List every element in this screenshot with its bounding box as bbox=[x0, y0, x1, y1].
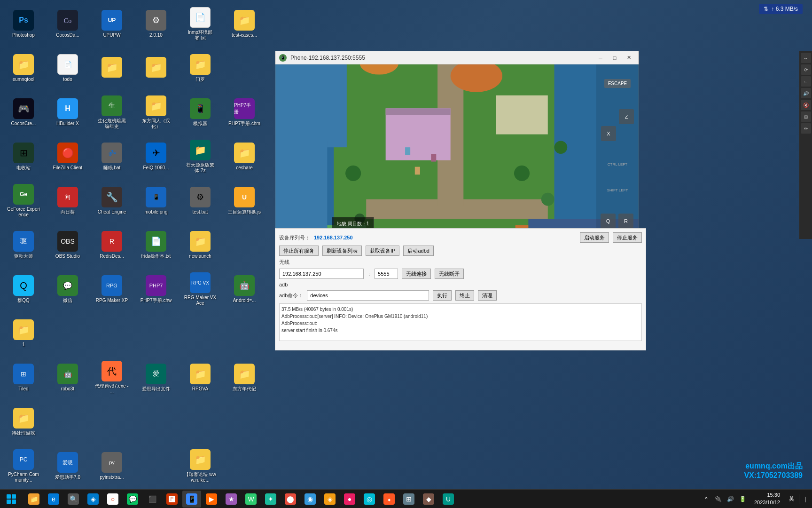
tool-btn-6[interactable]: ⊞ bbox=[801, 111, 811, 122]
taskbar-app15[interactable]: ◆ bbox=[419, 491, 438, 508]
taskbar-weixin[interactable]: 💬 bbox=[123, 491, 142, 508]
minimize-button[interactable]: ─ bbox=[594, 54, 607, 62]
tool-btn-1[interactable]: ↔ bbox=[801, 53, 811, 63]
icon-rpgva[interactable]: 📁 RPGVA bbox=[181, 358, 219, 397]
taskbar-app9[interactable]: ◉ bbox=[301, 491, 320, 508]
taskbar-search[interactable]: 🔍 bbox=[64, 491, 83, 508]
icon-mobile[interactable]: 📱 mobile.png bbox=[137, 182, 175, 220]
taskbar-app7[interactable]: ✦ bbox=[261, 491, 280, 508]
x-button[interactable]: X bbox=[601, 126, 616, 141]
icon-dongnian[interactable]: 📁 东方年代记 bbox=[226, 358, 263, 397]
taskbar-app10[interactable]: ◈ bbox=[320, 491, 339, 508]
icon-frida[interactable]: 📄 frida操作本.txt bbox=[137, 226, 175, 264]
icon-1folder[interactable]: 📁 1 bbox=[5, 314, 42, 353]
taskbar-app5[interactable]: ★ bbox=[222, 491, 241, 508]
start-button[interactable] bbox=[0, 490, 23, 508]
icon-testbat[interactable]: ⚙ test.bat bbox=[181, 182, 219, 220]
icon-empty2[interactable]: 📁 bbox=[137, 49, 175, 87]
wireless-connect-button[interactable]: 无线连接 bbox=[402, 269, 431, 279]
icon-rpgmakervx[interactable]: RPG VX RPG Maker VX Ace bbox=[181, 270, 219, 309]
icon-sleep[interactable]: 💤 睡眠.bat bbox=[93, 137, 131, 176]
icon-eumnqtool[interactable]: 📁 eumnqtool bbox=[5, 49, 42, 87]
z-button[interactable]: Z bbox=[619, 109, 634, 124]
icon-filezilla[interactable]: 🔴 FileZilla Client bbox=[49, 137, 86, 176]
icon-aisisi[interactable]: 爱思 爱思助手7.0 bbox=[49, 447, 86, 485]
icon-lnmp[interactable]: 📄 lnmp环境部署.txt bbox=[181, 5, 219, 43]
taskbar-app13[interactable]: ⬥ bbox=[380, 491, 398, 508]
adb-cmd-input[interactable] bbox=[307, 290, 429, 301]
icon-pycharm[interactable]: PC PyCharm Community... bbox=[5, 447, 42, 485]
taskbar-chrome[interactable]: ○ bbox=[103, 491, 122, 508]
taskbar-file-explorer[interactable]: 📁 bbox=[24, 491, 43, 508]
icon-feiq[interactable]: ✈ FeiQ.1060... bbox=[137, 137, 175, 176]
taskbar-app6[interactable]: W bbox=[242, 491, 260, 508]
icon-qudong[interactable]: 驱 驱动大师 bbox=[5, 226, 42, 264]
show-desktop-button[interactable]: | bbox=[799, 494, 808, 504]
icon-cangtianyuan[interactable]: 📁 苍天源原版繁体.7z bbox=[181, 137, 219, 176]
tool-btn-2[interactable]: ⟳ bbox=[801, 64, 811, 75]
clear-button[interactable]: 清理 bbox=[478, 290, 497, 301]
icon-shenghua[interactable]: 生 生化危机暗黑编年史 bbox=[93, 93, 131, 132]
tray-icon-volume[interactable]: 🔊 bbox=[726, 494, 735, 504]
close-button[interactable]: ✕ bbox=[623, 54, 635, 62]
taskbar-app1[interactable]: ⬛ bbox=[143, 491, 162, 508]
icon-php7chw[interactable]: PHP7 PHP7手册.chw bbox=[137, 270, 175, 309]
icon-upupw[interactable]: UP UPUPW bbox=[93, 5, 131, 43]
taskbar-app4[interactable]: ▶ bbox=[202, 491, 221, 508]
start-adbd-button[interactable]: 启动adbd bbox=[403, 246, 433, 256]
icon-pyinstxtra[interactable]: py pyinstxtra... bbox=[93, 447, 131, 485]
taskbar-app8[interactable]: ⬤ bbox=[281, 491, 300, 508]
icon-qqgroup[interactable]: Q 群QQ bbox=[5, 270, 42, 309]
stop-service-button[interactable]: 停止服务 bbox=[613, 232, 642, 243]
tray-icon-network[interactable]: 🔌 bbox=[714, 494, 723, 504]
icon-cocosda[interactable]: CocosDa... bbox=[49, 5, 86, 43]
ip-input[interactable] bbox=[279, 269, 364, 279]
icon-cheatengine[interactable]: 🔧 Cheat Engine bbox=[93, 182, 131, 220]
taskbar-app2[interactable]: 🅿 bbox=[163, 491, 181, 508]
icon-todo[interactable]: 📄 todo bbox=[49, 49, 86, 87]
icon-2010[interactable]: ⚙ 2.0.10 bbox=[137, 5, 175, 43]
tool-btn-3[interactable]: ← bbox=[801, 76, 811, 87]
icon-obs[interactable]: OBS OBS Studio bbox=[49, 226, 86, 264]
icon-rpgmaker[interactable]: RPG RPG Maker XP bbox=[93, 270, 131, 309]
tool-btn-4[interactable]: 🔊 bbox=[801, 88, 811, 98]
get-device-button[interactable]: 获取设备IP bbox=[366, 246, 399, 256]
icon-tiled[interactable]: ⊞ Tiled bbox=[5, 358, 42, 397]
refresh-button[interactable]: 刷新设备列表 bbox=[322, 246, 362, 256]
tray-icon-1[interactable]: ^ bbox=[702, 494, 711, 504]
taskbar-app14[interactable]: ⊞ bbox=[399, 491, 418, 508]
escape-button[interactable]: ESCAPE bbox=[604, 79, 631, 88]
icon-cocoscreator[interactable]: 🎮 CocosCre... bbox=[5, 93, 42, 132]
q-button[interactable]: Q bbox=[601, 214, 616, 229]
icon-photoshop[interactable]: Ps Photoshop bbox=[5, 5, 42, 43]
icon-robo3t[interactable]: 🤖 robo3t bbox=[49, 358, 86, 397]
start-service-button[interactable]: 启动服务 bbox=[580, 232, 609, 243]
icon-xiangxiang[interactable]: 向 向日葵 bbox=[49, 182, 86, 220]
icon-php7[interactable]: PHP7手册 PHP7手册.chm bbox=[226, 93, 263, 132]
icon-hbuilder[interactable]: H HBuilder X bbox=[49, 93, 86, 132]
wireless-disconnect-button[interactable]: 无线断开 bbox=[435, 269, 464, 279]
stop-all-button[interactable]: 停止所有服务 bbox=[279, 246, 319, 256]
icon-redis[interactable]: R RedisDes... bbox=[93, 226, 131, 264]
icon-daichuli[interactable]: 📁 待处理游戏 bbox=[5, 403, 42, 441]
icon-daili[interactable]: 代 代理购v37.exe - ... bbox=[93, 358, 131, 397]
icon-menlo[interactable]: 📁 门罗 bbox=[181, 49, 219, 87]
icon-testcases[interactable]: 📁 test-cases... bbox=[226, 5, 263, 43]
tool-btn-5[interactable]: 🔇 bbox=[801, 100, 811, 110]
icon-dongtong[interactable]: 📁 东方同人（汉化） bbox=[137, 93, 175, 132]
tray-icon-lang[interactable]: 英 bbox=[787, 494, 796, 504]
icon-diandui[interactable]: ⊞ 电收站 bbox=[5, 137, 42, 176]
taskbar-app16[interactable]: U bbox=[439, 491, 458, 508]
icon-newlaunch[interactable]: 📁 newlaunch bbox=[181, 226, 219, 264]
r-button[interactable]: R bbox=[618, 214, 633, 229]
icon-aisi导出[interactable]: 爱 爱思导出文件 bbox=[137, 358, 175, 397]
tool-btn-7[interactable]: ✏ bbox=[801, 123, 811, 134]
maximize-button[interactable]: □ bbox=[609, 54, 621, 62]
exec-button[interactable]: 执行 bbox=[433, 290, 452, 301]
icon-ruike[interactable]: 📁 【瑞客论坛 www.ruike... bbox=[181, 447, 219, 485]
icon-wechat[interactable]: 💬 微信 bbox=[49, 270, 86, 309]
port-input[interactable] bbox=[375, 269, 398, 279]
icon-android[interactable]: 🤖 Android=... bbox=[226, 270, 263, 309]
icon-ceshare[interactable]: 📁 ceshare bbox=[226, 137, 263, 176]
system-clock[interactable]: 15:30 2023/10/12 bbox=[750, 492, 784, 506]
